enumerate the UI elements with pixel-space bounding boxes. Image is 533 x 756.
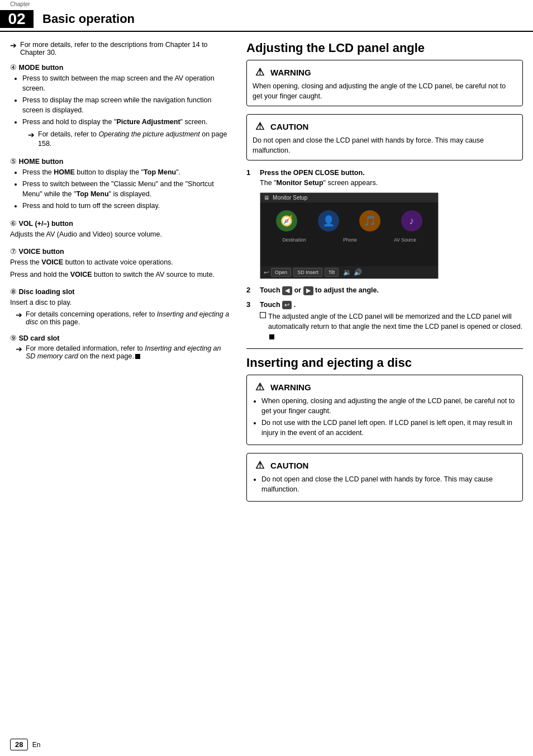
warning-icon: ⚠ bbox=[253, 65, 267, 79]
disc-description: Insert a disc to play. bbox=[10, 298, 230, 308]
mode-button-list: Press to switch between the map screen a… bbox=[10, 74, 230, 149]
open-button[interactable]: Open bbox=[271, 268, 291, 277]
section-mode-button: ④ MODE button Press to switch between th… bbox=[10, 63, 230, 149]
monitor-title-text: 🖥 bbox=[264, 195, 269, 201]
av-icon: 🎵 bbox=[359, 210, 380, 231]
section-5-header: ⑤ HOME button bbox=[10, 157, 230, 166]
nav-icon: 🧭 bbox=[276, 210, 297, 231]
end-marker bbox=[135, 354, 140, 359]
step-2-content: Touch ◀ or ▶ to adjust the angle. bbox=[260, 286, 523, 296]
caution-icon: ⚠ bbox=[253, 119, 267, 134]
vol-description: Adjusts the AV (Audio and Video) source … bbox=[10, 230, 230, 240]
page-content: ➔ For more details, refer to the descrip… bbox=[0, 41, 533, 519]
extra-icon: ♪ bbox=[401, 210, 422, 231]
disc-caution-bullet-1: Do not open and close the LCD panel with… bbox=[261, 475, 517, 494]
section-voice-button: ⑦ VOICE button Press the VOICE button to… bbox=[10, 247, 230, 280]
step-1-content: Press the OPEN CLOSE button. The "Monito… bbox=[260, 168, 523, 188]
step-3-content: Touch ↩ . The adjusted angle of the LCD … bbox=[260, 300, 523, 342]
arrow-icon: ➔ bbox=[16, 310, 22, 319]
section-6-header: ⑥ VOL (+/–) button bbox=[10, 219, 230, 228]
caution-text: Do not open and close the LCD panel with… bbox=[253, 136, 517, 155]
disc-caution-title: ⚠ CAUTION bbox=[253, 458, 517, 472]
step-2: 2 Touch ◀ or ▶ to adjust the angle. bbox=[246, 286, 523, 296]
home-bullet-2: Press to switch between the "Classic Men… bbox=[22, 179, 230, 199]
chapter-label: Chapter bbox=[0, 0, 533, 7]
step-1: 1 Press the OPEN CLOSE button. The "Moni… bbox=[246, 168, 523, 188]
end-marker bbox=[269, 334, 274, 339]
label-destination: Destination bbox=[282, 237, 306, 243]
vol-down-icon[interactable]: 🔉 bbox=[343, 268, 351, 276]
arrow-icon: ➔ bbox=[28, 130, 35, 141]
right-column: Adjusting the LCD panel angle ⚠ WARNING … bbox=[241, 41, 523, 509]
page-header: Chapter 02 Basic operation bbox=[0, 0, 533, 32]
section-7-header: ⑦ VOICE button bbox=[10, 247, 230, 256]
chapter-title: Basic operation bbox=[34, 7, 144, 31]
caution-title: ⚠ CAUTION bbox=[253, 119, 517, 134]
label-av-source: AV Source bbox=[394, 237, 416, 243]
mode-bullet-3: Press and hold to display the "Picture A… bbox=[22, 117, 230, 149]
disc-warning: ⚠ WARNING When opening, closing and adju… bbox=[246, 375, 523, 445]
chapter-number: 02 bbox=[0, 10, 34, 28]
checkbox-icon bbox=[260, 312, 266, 318]
step-3-touch-label: Touch bbox=[260, 301, 282, 309]
warning-text: When opening, closing and adjusting the … bbox=[253, 82, 517, 101]
section-divider bbox=[246, 348, 523, 349]
step-3: 3 Touch ↩ . The adjusted angle of the LC… bbox=[246, 300, 523, 342]
monitor-title-label: Monitor Setup bbox=[273, 195, 307, 201]
intro-reference: ➔ For more details, refer to the descrip… bbox=[10, 41, 230, 56]
tilt-left-btn[interactable]: ◀ bbox=[282, 286, 292, 295]
section-sd-slot: ⑨ SD card slot ➔ For more detailed infor… bbox=[10, 334, 230, 360]
warning-icon-2: ⚠ bbox=[253, 380, 267, 394]
sd-insert-button[interactable]: SD Insert bbox=[293, 268, 322, 277]
monitor-icons-row: 🧭 👤 🎵 ♪ bbox=[260, 202, 438, 236]
monitor-label-row: Destination Phone AV Source bbox=[260, 236, 438, 246]
adjust-lcd-caution: ⚠ CAUTION Do not open and close the LCD … bbox=[246, 114, 523, 160]
language-label: En bbox=[32, 741, 41, 749]
intro-text: For more details, refer to the descripti… bbox=[20, 41, 230, 56]
back-btn[interactable]: ↩ bbox=[282, 301, 292, 309]
sd-sub-ref: ➔ For more detailed information, refer t… bbox=[10, 344, 230, 360]
label-phone: Phone bbox=[343, 237, 357, 243]
monitor-icon-phone: 👤 bbox=[318, 210, 339, 231]
step-2-touch-label: Touch bbox=[260, 286, 282, 294]
section-disc-slot: ⑧ Disc loading slot Insert a disc to pla… bbox=[10, 287, 230, 326]
monitor-icon-av: 🎵 bbox=[359, 210, 380, 231]
step-3-subtext: The adjusted angle of the LCD panel will… bbox=[260, 312, 523, 342]
section-8-header: ⑧ Disc loading slot bbox=[10, 287, 230, 296]
section-9-header: ⑨ SD card slot bbox=[10, 334, 230, 342]
arrow-icon: ➔ bbox=[10, 41, 17, 50]
tilt-button[interactable]: Tilt bbox=[325, 268, 339, 277]
disc-warning-title: ⚠ WARNING bbox=[253, 380, 517, 394]
tilt-right-btn[interactable]: ▶ bbox=[303, 286, 313, 295]
voice-desc-1: Press the VOICE button to activate voice… bbox=[10, 258, 230, 268]
arrow-icon: ➔ bbox=[16, 344, 22, 353]
adjust-lcd-warning: ⚠ WARNING When opening, closing and adju… bbox=[246, 60, 523, 106]
disc-warning-bullet-2: Do not use with the LCD panel left open.… bbox=[261, 418, 517, 438]
disc-caution: ⚠ CAUTION Do not open and close the LCD … bbox=[246, 453, 523, 502]
back-arrow-icon[interactable]: ↩ bbox=[264, 269, 269, 276]
mode-bullet-1: Press to switch between the map screen a… bbox=[22, 74, 230, 93]
mode-bullet-2: Press to display the map screen while th… bbox=[22, 96, 230, 115]
home-bullet-1: Press the HOME button to display the "To… bbox=[22, 168, 230, 178]
monitor-bottom-bar: ↩ Open SD Insert Tilt 🔉 🔊 bbox=[260, 266, 438, 278]
disc-warning-bullet-1: When opening, closing and adjusting the … bbox=[261, 396, 517, 416]
page-number: 28 bbox=[10, 739, 28, 750]
section-home-button: ⑤ HOME button Press the HOME button to d… bbox=[10, 157, 230, 211]
insert-disc-heading: Inserting and ejecting a disc bbox=[246, 356, 523, 370]
section-4-header: ④ MODE button bbox=[10, 63, 230, 72]
phone-icon: 👤 bbox=[318, 210, 339, 231]
page-footer: 28 En bbox=[10, 739, 41, 750]
section-vol-button: ⑥ VOL (+/–) button Adjusts the AV (Audio… bbox=[10, 219, 230, 240]
disc-warning-list: When opening, closing and adjusting the … bbox=[253, 396, 517, 438]
caution-icon-2: ⚠ bbox=[253, 458, 267, 472]
disc-caution-list: Do not open and close the LCD panel with… bbox=[253, 475, 517, 494]
monitor-icon-extra: ♪ bbox=[401, 210, 422, 231]
left-column: ➔ For more details, refer to the descrip… bbox=[10, 41, 241, 509]
mode-sub-ref: ➔ For details, refer to Operating the pi… bbox=[22, 130, 230, 149]
monitor-title-bar: 🖥 Monitor Setup bbox=[260, 193, 438, 202]
home-bullet-3: Press and hold to turn off the screen di… bbox=[22, 201, 230, 211]
home-button-list: Press the HOME button to display the "To… bbox=[10, 168, 230, 211]
monitor-icon-nav: 🧭 bbox=[276, 210, 297, 231]
vol-up-icon[interactable]: 🔊 bbox=[354, 268, 362, 276]
monitor-setup-image: 🖥 Monitor Setup 🧭 👤 🎵 ♪ Destination bbox=[260, 192, 439, 279]
